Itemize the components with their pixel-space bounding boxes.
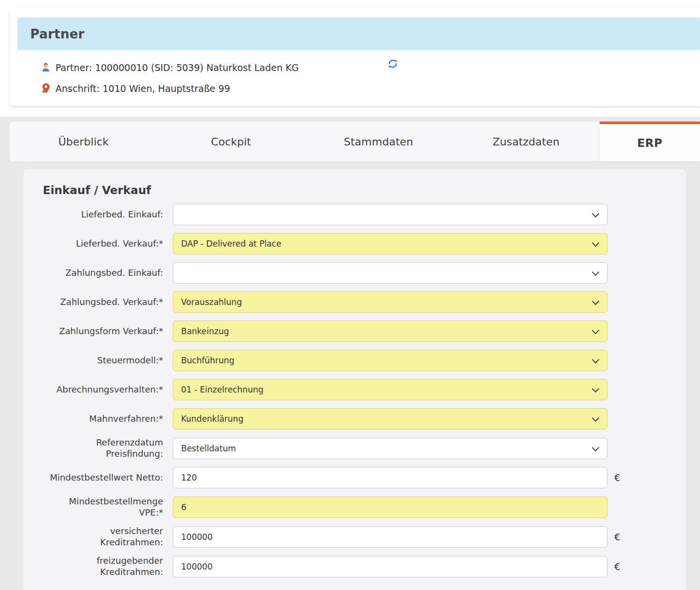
form-row-freizugebender-kreditrahmen: freizugebender Kreditrahmen:€ (41, 555, 686, 577)
form-row-versicherter-kreditrahmen: versicherter Kreditrahmen:€ (41, 526, 686, 548)
select-value-referenzdatum-preisfindung: Bestelldatum (181, 444, 236, 453)
form-row-mindestbestellwert-netto: Mindestbestellwert Netto:€ (41, 467, 686, 488)
partner-info-text: Partner: 100000010 (SID: 5039) Naturkost… (55, 62, 299, 73)
input-mindestbestellmenge-vpe[interactable] (173, 497, 608, 518)
select-value-mahnverfahren: Kundenklärung (181, 414, 243, 424)
select-value-zahlungsform-verkauf: Bankeinzug (181, 326, 229, 336)
label-mahnverfahren: Mahnverfahren:* (41, 413, 163, 425)
erp-form-card: Einkauf / Verkauf Lieferbed. Einkauf:Lie… (23, 169, 686, 590)
section-title: Einkauf / Verkauf (41, 184, 686, 197)
form-row-referenzdatum-preisfindung: Referenzdatum Preisfindung:Bestelldatum (41, 437, 686, 459)
label-mindestbestellwert-netto: Mindestbestellwert Netto: (41, 472, 163, 483)
tab-bar: ÜberblickCockpitStammdatenZusatzdatenERP (10, 122, 700, 161)
partner-banner: Partner (18, 18, 700, 50)
input-mindestbestellwert-netto[interactable] (173, 467, 608, 488)
form-row-zahlungsform-verkauf: Zahlungsform Verkauf:*Bankeinzug (41, 321, 686, 342)
select-lieferbed-einkauf[interactable] (173, 204, 608, 225)
chevron-down-icon (592, 239, 600, 247)
label-mindestbestellmenge-vpe: Mindestbestellmenge VPE:* (41, 496, 163, 518)
tab-cockpit[interactable]: Cockpit (157, 122, 305, 161)
label-referenzdatum-preisfindung: Referenzdatum Preisfindung: (41, 437, 163, 459)
label-lieferbed-einkauf: Lieferbed. Einkauf: (41, 209, 163, 220)
partner-card: Partner Partner: 100000010 (SID: 5039) N… (10, 8, 700, 106)
tab-ueberblick[interactable]: Überblick (10, 122, 157, 161)
chevron-down-icon (592, 444, 600, 451)
chevron-down-icon (592, 327, 600, 335)
form-row-mindestbestellmenge-vpe: Mindestbestellmenge VPE:* (41, 496, 686, 518)
label-zahlungsbed-einkauf: Zahlungsbed. Einkauf: (41, 268, 163, 279)
currency-suffix: € (614, 472, 620, 483)
header-zone: Partner Partner: 100000010 (SID: 5039) N… (0, 0, 700, 117)
form-row-mahnverfahren: Mahnverfahren:*Kundenklärung (41, 408, 686, 429)
select-zahlungsbed-verkauf[interactable]: Vorauszahlung (173, 291, 608, 313)
select-zahlungsform-verkauf[interactable]: Bankeinzug (173, 321, 608, 342)
refresh-icon[interactable] (387, 58, 399, 70)
select-referenzdatum-preisfindung[interactable]: Bestelldatum (173, 438, 608, 459)
label-zahlungsform-verkauf: Zahlungsform Verkauf:* (41, 326, 163, 337)
chevron-down-icon (592, 356, 600, 364)
chevron-down-icon (592, 298, 600, 305)
form-row-lieferbed-verkauf: Lieferbed. Verkauf:*DAP - Delivered at P… (41, 233, 686, 254)
location-pin-icon (40, 83, 52, 94)
chevron-down-icon (592, 268, 600, 276)
select-zahlungsbed-einkauf[interactable] (173, 262, 608, 284)
form-row-zahlungsbed-verkauf: Zahlungsbed. Verkauf:*Vorauszahlung (41, 291, 686, 313)
form-fields: Lieferbed. Einkauf:Lieferbed. Verkauf:*D… (41, 204, 686, 577)
label-zahlungsbed-verkauf: Zahlungsbed. Verkauf:* (41, 297, 163, 308)
tab-stammdaten[interactable]: Stammdaten (305, 122, 452, 161)
currency-suffix: € (614, 561, 620, 572)
chevron-down-icon (592, 385, 600, 393)
address-info-text: Anschrift: 1010 Wien, Hauptstraße 99 (55, 83, 230, 94)
address-info-row: Anschrift: 1010 Wien, Hauptstraße 99 (40, 78, 700, 99)
select-lieferbed-verkauf[interactable]: DAP - Delivered at Place (173, 233, 608, 254)
tab-zusatzdaten[interactable]: Zusatzdaten (452, 122, 600, 161)
input-versicherter-kreditrahmen[interactable] (173, 526, 608, 548)
label-versicherter-kreditrahmen: versicherter Kreditrahmen: (41, 526, 163, 548)
select-value-steuermodell: Buchführung (181, 356, 234, 365)
label-steuermodell: Steuermodell:* (41, 355, 163, 366)
chevron-down-icon (592, 210, 600, 218)
form-row-abrechnungsverhalten: Abrechnungsverhalten:*01 - Einzelrechnun… (41, 379, 686, 400)
label-lieferbed-verkauf: Lieferbed. Verkauf:* (41, 238, 163, 250)
label-abrechnungsverhalten: Abrechnungsverhalten:* (41, 384, 163, 395)
tab-erp[interactable]: ERP (600, 122, 700, 161)
form-row-zahlungsbed-einkauf: Zahlungsbed. Einkauf: (41, 262, 686, 284)
page-title: Partner (30, 27, 85, 41)
select-abrechnungsverhalten[interactable]: 01 - Einzelrechnung (173, 379, 608, 400)
form-row-lieferbed-einkauf: Lieferbed. Einkauf: (41, 204, 686, 225)
currency-suffix: € (614, 532, 620, 542)
content-zone: ÜberblickCockpitStammdatenZusatzdatenERP… (0, 117, 700, 590)
partner-info-row: Partner: 100000010 (SID: 5039) Naturkost… (40, 57, 700, 78)
input-freizugebender-kreditrahmen[interactable] (173, 556, 608, 577)
label-freizugebender-kreditrahmen: freizugebender Kreditrahmen: (41, 555, 163, 577)
select-value-zahlungsbed-verkauf: Vorauszahlung (181, 297, 242, 307)
person-icon (40, 63, 52, 72)
select-value-lieferbed-verkauf: DAP - Delivered at Place (181, 239, 281, 249)
select-mahnverfahren[interactable]: Kundenklärung (173, 408, 608, 429)
chevron-down-icon (592, 414, 600, 422)
form-row-steuermodell: Steuermodell:*Buchführung (41, 350, 686, 371)
select-steuermodell[interactable]: Buchführung (173, 350, 608, 371)
select-value-abrechnungsverhalten: 01 - Einzelrechnung (181, 385, 263, 394)
